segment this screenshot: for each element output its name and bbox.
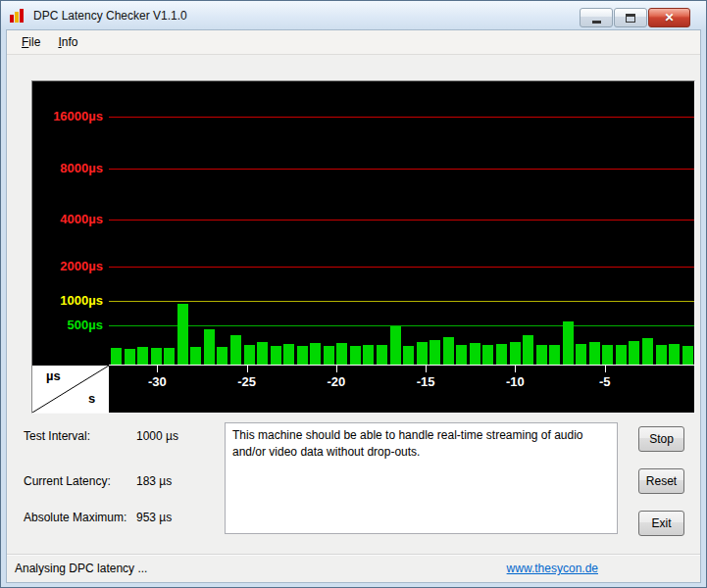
corner-s-label: s <box>88 391 95 406</box>
latency-bar <box>616 345 627 366</box>
stat-value: 1000 µs <box>136 429 178 443</box>
y-axis-label-2000: 2000µs <box>60 259 103 273</box>
menu-bar: FileInfo <box>7 30 700 55</box>
x-axis-label--5: -5 <box>583 374 627 389</box>
thesycon-link[interactable]: www.thesycon.de <box>507 562 598 575</box>
gridline-4000 <box>109 220 694 220</box>
stat-row: Test Interval:1000 µs <box>24 429 178 443</box>
latency-bar <box>510 342 521 366</box>
stop-button[interactable]: Stop <box>638 426 684 452</box>
x-axis: -30-25-20-15-10-5 <box>32 366 694 413</box>
stat-label: Absolute Maximum: <box>24 511 136 524</box>
y-axis-label-4000: 4000µs <box>60 212 103 226</box>
latency-bar <box>350 346 361 366</box>
latency-bar <box>377 345 387 366</box>
gridline-1000 <box>109 301 694 302</box>
stat-label: Current Latency: <box>24 474 136 488</box>
latency-bar <box>310 343 321 366</box>
latency-bar <box>429 340 440 366</box>
y-axis-label-16000: 16000µs <box>53 109 103 123</box>
latency-bar <box>523 335 533 366</box>
latency-bar <box>336 343 347 366</box>
latency-bar <box>204 329 215 366</box>
latency-bar <box>137 347 148 366</box>
axis-corner-diagonal <box>32 366 109 413</box>
gridline-16000 <box>109 117 694 118</box>
latency-bar <box>164 348 175 366</box>
x-tick--20 <box>336 366 337 372</box>
window-title: DPC Latency Checker V1.1.0 <box>33 9 187 23</box>
gridline-500 <box>109 325 694 326</box>
minimize-button[interactable] <box>580 8 613 27</box>
latency-bar <box>244 345 255 366</box>
latency-bar <box>417 342 428 366</box>
latency-bar <box>669 344 680 366</box>
latency-bar <box>549 345 560 366</box>
latency-bar <box>177 304 188 366</box>
latency-bar <box>217 347 227 366</box>
stat-row: Current Latency:183 µs <box>24 474 172 488</box>
latency-bar <box>602 345 613 366</box>
latency-chart: 500µs1000µs2000µs4000µs8000µs16000µs -30… <box>31 80 695 414</box>
maximize-button[interactable] <box>614 8 647 27</box>
exit-button[interactable]: Exit <box>638 511 684 536</box>
menu-item-info[interactable]: Info <box>49 31 86 53</box>
client-area: FileInfo 500µs1000µs2000µs4000µs8000µs16… <box>6 29 701 583</box>
latency-bar <box>563 321 574 366</box>
latency-bar <box>642 338 653 366</box>
stat-value: 183 µs <box>136 474 172 488</box>
app-icon <box>10 9 26 23</box>
corner-us-label: µs <box>46 368 61 383</box>
title-bar[interactable]: DPC Latency Checker V1.1.0 ✕ <box>1 1 706 29</box>
result-message-box: This machine should be able to handle re… <box>225 422 618 534</box>
x-axis-label--30: -30 <box>135 374 178 389</box>
latency-bar <box>496 344 507 366</box>
x-tick--30 <box>157 366 158 372</box>
close-icon: ✕ <box>664 11 674 24</box>
latency-bar <box>230 335 241 366</box>
latency-bar <box>482 345 493 366</box>
latency-bar <box>111 348 122 366</box>
latency-bar <box>536 345 547 366</box>
chart-plot <box>109 81 694 366</box>
axis-corner: µs s <box>32 366 109 413</box>
latency-bar <box>656 345 667 366</box>
action-buttons: StopResetExit <box>638 426 684 536</box>
status-bar: Analysing DPC latency ... www.thesycon.d… <box>7 554 700 582</box>
app-window: DPC Latency Checker V1.1.0 ✕ FileInfo 50… <box>0 0 707 588</box>
latency-bar <box>682 346 693 366</box>
close-button[interactable]: ✕ <box>648 8 690 27</box>
x-tick--15 <box>426 366 427 372</box>
stat-label: Test Interval: <box>24 429 136 443</box>
latency-bar <box>257 342 268 366</box>
reset-button[interactable]: Reset <box>638 468 684 494</box>
status-text: Analysing DPC latency ... <box>15 562 147 575</box>
latency-bar <box>271 346 281 366</box>
x-axis-label--10: -10 <box>493 374 536 389</box>
latency-bar <box>297 346 308 366</box>
menu-item-file[interactable]: File <box>13 31 49 53</box>
y-axis: 500µs1000µs2000µs4000µs8000µs16000µs <box>32 81 109 366</box>
minimize-icon <box>592 21 601 24</box>
x-axis-label--20: -20 <box>315 374 358 389</box>
x-tick--10 <box>515 366 516 372</box>
latency-bar <box>324 346 334 366</box>
latency-bar <box>629 341 639 366</box>
x-tick--25 <box>247 366 248 372</box>
latency-bar <box>576 344 586 366</box>
latency-bar <box>283 344 294 366</box>
x-axis-label--25: -25 <box>226 374 269 389</box>
latency-bar <box>470 343 480 366</box>
x-axis-label--15: -15 <box>404 374 447 389</box>
latency-bar <box>190 347 201 366</box>
gridline-2000 <box>109 267 694 268</box>
latency-bar <box>363 345 374 366</box>
latency-bar <box>589 342 600 366</box>
latency-bar <box>125 349 135 366</box>
stat-row: Absolute Maximum:953 µs <box>24 511 172 524</box>
x-tick--5 <box>605 366 606 372</box>
latency-bar <box>456 345 467 366</box>
latency-bar <box>443 337 454 366</box>
latency-bar <box>390 326 401 366</box>
y-axis-label-500: 500µs <box>68 318 103 332</box>
